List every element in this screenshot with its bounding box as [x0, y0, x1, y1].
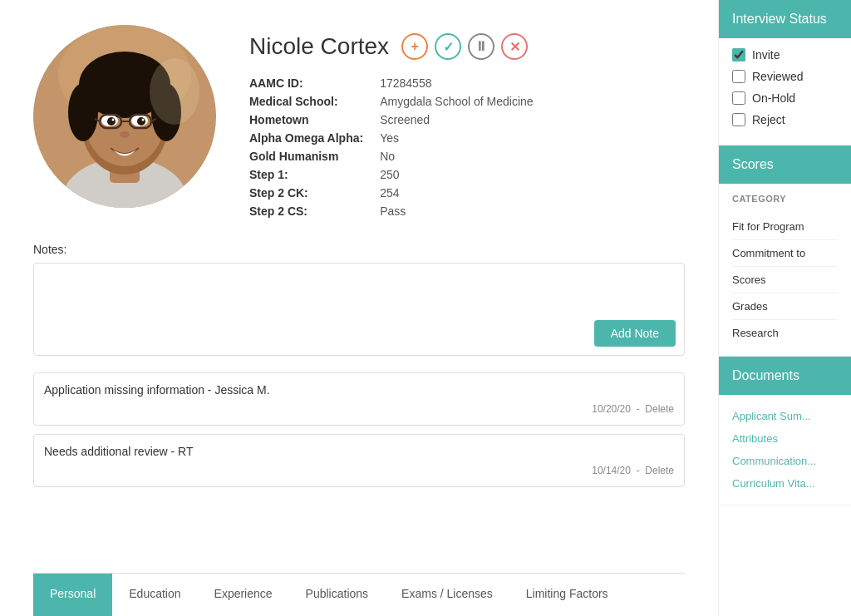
documents-header: Documents [719, 357, 851, 395]
scores-category-label: CATEGORY [732, 194, 838, 204]
documents-section: Documents Applicant Sum... Attributes Co… [719, 357, 851, 505]
svg-point-14 [112, 119, 115, 121]
doc-communication[interactable]: Communication... [732, 450, 838, 472]
profile-name-row: Nicole Cortex + ✓ ⏸ ✕ [249, 33, 685, 60]
hometown-label: Hometown [249, 113, 363, 126]
doc-attributes[interactable]: Attributes [732, 427, 838, 450]
interview-status-header: Interview Status [719, 0, 851, 38]
tab-exams-licenses[interactable]: Exams / Licenses [385, 574, 509, 616]
reviewed-label: Reviewed [752, 70, 803, 83]
reject-label: Reject [752, 113, 785, 126]
doc-curriculum-vitae[interactable]: Curriculum Vita... [732, 472, 838, 495]
close-action-icon[interactable]: ✕ [501, 33, 528, 60]
note-date: 10/20/20 [592, 403, 631, 415]
hometown-value: Screened [380, 113, 685, 126]
notes-textarea[interactable] [42, 272, 676, 313]
medical-school-value: Amygdala School of Medicine [380, 95, 685, 108]
tab-limiting-factors[interactable]: Limiting Factors [509, 574, 625, 616]
svg-point-21 [120, 131, 130, 138]
scores-item-scores[interactable]: Scores [732, 267, 838, 293]
bottom-tabs: Personal Education Experience Publicatio… [33, 573, 685, 616]
on-hold-label: On-Hold [752, 91, 795, 105]
doc-applicant-summary[interactable]: Applicant Sum... [732, 405, 838, 427]
interview-status-content: Invite Reviewed On-Hold Reject [719, 38, 851, 145]
aamc-id-label: AAMC ID: [249, 76, 363, 90]
svg-point-12 [107, 117, 116, 126]
scores-item-commitment[interactable]: Commitment to [732, 240, 838, 267]
pause-action-icon[interactable]: ⏸ [468, 33, 494, 60]
note-meta: 10/20/20 - Delete [44, 403, 674, 415]
note-item: Application missing information - Jessic… [33, 372, 685, 426]
profile-info: Nicole Cortex + ✓ ⏸ ✕ AAMC ID: 17284558 … [249, 25, 685, 218]
notes-section: Notes: Add Note [33, 243, 685, 356]
tab-education[interactable]: Education [112, 574, 197, 616]
note-text: Needs additional review - RT [44, 445, 674, 458]
step1-value: 250 [380, 168, 685, 181]
interview-status-section: Interview Status Invite Reviewed On-Hold… [719, 0, 851, 145]
right-sidebar: Interview Status Invite Reviewed On-Hold… [718, 0, 851, 616]
documents-content: Applicant Sum... Attributes Communicatio… [719, 395, 851, 505]
scores-item-grades[interactable]: Grades [732, 293, 838, 320]
tab-publications[interactable]: Publications [289, 574, 386, 616]
notes-label: Notes: [33, 243, 685, 256]
note-item: Needs additional review - RT 10/14/20 - … [33, 434, 685, 487]
reviewed-checkbox[interactable] [732, 70, 745, 83]
note-meta: 10/14/20 - Delete [44, 465, 674, 476]
svg-point-8 [68, 83, 98, 141]
tab-personal[interactable]: Personal [33, 574, 112, 616]
info-table: AAMC ID: 17284558 Medical School: Amygda… [249, 76, 685, 218]
note-text: Application missing information - Jessic… [44, 383, 674, 397]
delete-note-button[interactable]: Delete [645, 403, 674, 415]
step2ck-label: Step 2 CK: [249, 186, 363, 200]
alpha-omega-label: Alpha Omega Alpha: [249, 131, 363, 145]
checkbox-reject[interactable]: Reject [732, 113, 838, 126]
svg-point-22 [150, 58, 199, 125]
svg-point-15 [142, 119, 145, 121]
step2cs-label: Step 2 CS: [249, 205, 363, 218]
medical-school-label: Medical School: [249, 95, 363, 108]
scores-content: CATEGORY Fit for Program Commitment to S… [719, 184, 851, 356]
main-content: Nicole Cortex + ✓ ⏸ ✕ AAMC ID: 17284558 … [0, 0, 718, 616]
invite-checkbox[interactable] [732, 48, 745, 62]
alpha-omega-value: Yes [380, 131, 685, 145]
invite-label: Invite [752, 48, 780, 62]
tab-experience[interactable]: Experience [198, 574, 289, 616]
checkbox-on-hold[interactable]: On-Hold [732, 91, 838, 105]
checkbox-reviewed[interactable]: Reviewed [732, 70, 838, 83]
avatar [33, 25, 216, 208]
on-hold-checkbox[interactable] [732, 91, 745, 105]
profile-header: Nicole Cortex + ✓ ⏸ ✕ AAMC ID: 17284558 … [33, 25, 685, 218]
step2ck-value: 254 [380, 186, 685, 200]
step1-label: Step 1: [249, 168, 363, 181]
notes-list: Application missing information - Jessic… [33, 372, 685, 495]
aamc-id-value: 17284558 [380, 76, 685, 90]
reject-checkbox[interactable] [732, 113, 745, 126]
gold-humanism-value: No [380, 150, 685, 163]
action-icons: + ✓ ⏸ ✕ [401, 33, 528, 60]
add-note-button[interactable]: Add Note [594, 320, 676, 347]
profile-name: Nicole Cortex [249, 33, 389, 60]
check-action-icon[interactable]: ✓ [435, 33, 461, 60]
scores-section: Scores CATEGORY Fit for Program Commitme… [719, 145, 851, 357]
notes-textarea-container: Add Note [33, 263, 685, 356]
step2cs-value: Pass [380, 205, 685, 218]
svg-point-13 [137, 117, 145, 126]
gold-humanism-label: Gold Humanism [249, 150, 363, 163]
checkbox-invite[interactable]: Invite [732, 48, 838, 62]
scores-item-research[interactable]: Research [732, 320, 838, 346]
delete-note-button[interactable]: Delete [645, 465, 674, 476]
note-date: 10/14/20 [592, 465, 631, 476]
add-action-icon[interactable]: + [401, 33, 428, 60]
scores-item-fit[interactable]: Fit for Program [732, 214, 838, 240]
scores-header: Scores [719, 145, 851, 184]
